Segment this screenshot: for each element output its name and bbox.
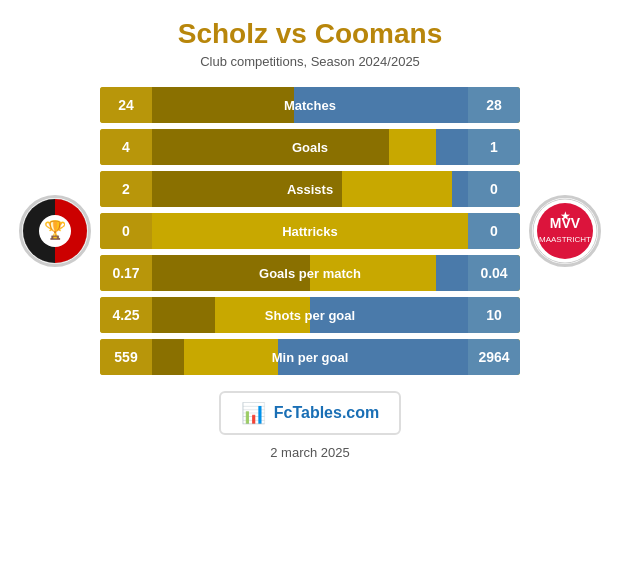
stat-bar-area: Assists (152, 171, 468, 207)
stat-left-value: 24 (100, 87, 152, 123)
stats-container: 24Matches284Goals12Assists00Hattricks00.… (100, 87, 520, 375)
right-club-logo-container: MVV MAASTRICHT ★ (520, 195, 610, 267)
stat-right-value: 0 (468, 213, 520, 249)
stat-left-value: 0 (100, 213, 152, 249)
stat-label: Assists (287, 182, 333, 197)
stat-label: Goals per match (259, 266, 361, 281)
stat-left-value: 4 (100, 129, 152, 165)
stat-left-value: 0.17 (100, 255, 152, 291)
stat-row: 0Hattricks0 (100, 213, 520, 249)
stat-bar-area: Matches (152, 87, 468, 123)
page: Scholz vs Coomans Club competitions, Sea… (0, 0, 620, 580)
left-club-logo: 🏆 (19, 195, 91, 267)
stat-right-value: 0.04 (468, 255, 520, 291)
svg-text:MAASTRICHT: MAASTRICHT (539, 235, 591, 244)
stat-row: 24Matches28 (100, 87, 520, 123)
stat-label: Hattricks (282, 224, 338, 239)
stat-right-value: 28 (468, 87, 520, 123)
stat-label: Shots per goal (265, 308, 355, 323)
stat-right-value: 10 (468, 297, 520, 333)
fctables-text: FcTables.com (274, 404, 380, 422)
stat-row: 0.17Goals per match0.04 (100, 255, 520, 291)
right-club-emblem: MVV MAASTRICHT ★ (532, 198, 598, 264)
stat-bar-area: Goals (152, 129, 468, 165)
stat-right-value: 2964 (468, 339, 520, 375)
fctables-icon: 📊 (241, 401, 266, 425)
stat-bar-area: Shots per goal (152, 297, 468, 333)
stat-row: 4Goals1 (100, 129, 520, 165)
left-club-emblem: 🏆 (22, 198, 88, 264)
stat-right-value: 0 (468, 171, 520, 207)
stat-left-value: 4.25 (100, 297, 152, 333)
date-text: 2 march 2025 (270, 445, 350, 460)
stat-left-value: 2 (100, 171, 152, 207)
svg-text:🏆: 🏆 (44, 219, 67, 241)
stat-label: Matches (284, 98, 336, 113)
stat-label: Min per goal (272, 350, 349, 365)
right-club-logo: MVV MAASTRICHT ★ (529, 195, 601, 267)
stat-bar-area: Min per goal (152, 339, 468, 375)
svg-text:★: ★ (560, 209, 571, 223)
stat-row: 4.25Shots per goal10 (100, 297, 520, 333)
comparison-area: 🏆 24Matches284Goals12Assists00Hattricks0… (10, 87, 610, 375)
stat-label: Goals (292, 140, 328, 155)
stat-bar-area: Goals per match (152, 255, 468, 291)
stat-row: 559Min per goal2964 (100, 339, 520, 375)
page-title: Scholz vs Coomans (178, 18, 443, 50)
stat-left-value: 559 (100, 339, 152, 375)
page-subtitle: Club competitions, Season 2024/2025 (200, 54, 420, 69)
stat-bar-area: Hattricks (152, 213, 468, 249)
left-club-logo-container: 🏆 (10, 195, 100, 267)
fctables-badge: 📊 FcTables.com (219, 391, 402, 435)
stat-row: 2Assists0 (100, 171, 520, 207)
stat-right-value: 1 (468, 129, 520, 165)
